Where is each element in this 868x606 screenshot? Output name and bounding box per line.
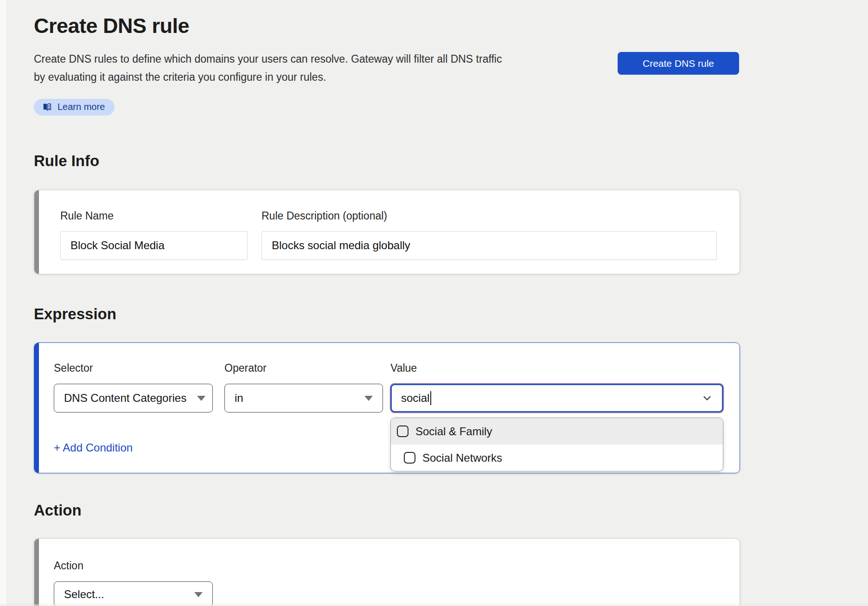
action-select-dropdown[interactable]: Select... xyxy=(54,581,213,606)
caret-down-icon xyxy=(194,592,203,597)
action-select-placeholder: Select... xyxy=(64,588,104,601)
rule-description-input[interactable] xyxy=(262,231,717,260)
option-social-networks[interactable]: Social Networks xyxy=(391,445,723,471)
checkbox-icon[interactable] xyxy=(397,425,408,437)
expression-card: Selector DNS Content Categories Operator… xyxy=(34,342,740,473)
rule-name-input[interactable] xyxy=(60,231,248,260)
page-title: Create DNS rule xyxy=(34,14,740,38)
learn-more-label: Learn more xyxy=(57,102,105,112)
action-label: Action xyxy=(54,560,213,572)
selector-dropdown[interactable]: DNS Content Categories xyxy=(54,384,213,413)
value-label: Value xyxy=(390,362,723,374)
value-options-dropdown: Social & Family Social Networks xyxy=(390,418,723,471)
option-label: Social Networks xyxy=(422,451,502,464)
rule-name-label: Rule Name xyxy=(60,210,248,222)
operator-label: Operator xyxy=(224,362,383,374)
chevron-down-icon xyxy=(702,393,713,406)
option-label: Social & Family xyxy=(415,425,492,438)
action-card-accent-bar xyxy=(34,539,39,606)
option-social-and-family[interactable]: Social & Family xyxy=(391,418,723,445)
rule-description-label: Rule Description (optional) xyxy=(262,210,717,222)
create-dns-rule-button[interactable]: Create DNS rule xyxy=(618,52,739,75)
selector-dropdown-value: DNS Content Categories xyxy=(64,392,186,405)
action-heading: Action xyxy=(34,502,740,519)
selector-label: Selector xyxy=(54,362,213,374)
operator-dropdown-value: in xyxy=(235,392,243,405)
viewport-bottom-divider xyxy=(0,605,868,606)
text-cursor xyxy=(430,391,431,405)
create-dns-rule-page: Create DNS rule Create DNS rules to defi… xyxy=(0,0,740,606)
add-condition-link[interactable]: + Add Condition xyxy=(54,441,133,454)
value-combobox-text: social xyxy=(401,392,429,405)
operator-dropdown[interactable]: in xyxy=(224,384,383,413)
caret-down-icon xyxy=(364,396,373,401)
action-card: Action Select... xyxy=(34,538,740,606)
expression-heading: Expression xyxy=(34,306,740,322)
caret-down-icon xyxy=(197,396,205,401)
checkbox-icon[interactable] xyxy=(404,452,415,464)
learn-more-button[interactable]: Learn more xyxy=(34,99,115,116)
rule-info-heading: Rule Info xyxy=(34,153,740,169)
open-book-icon xyxy=(42,102,52,112)
value-combobox-input[interactable]: social xyxy=(390,384,723,413)
rule-info-card: Rule Name Rule Description (optional) xyxy=(34,190,740,274)
expression-card-accent-bar xyxy=(34,343,39,473)
rule-info-card-accent-bar xyxy=(34,190,39,274)
